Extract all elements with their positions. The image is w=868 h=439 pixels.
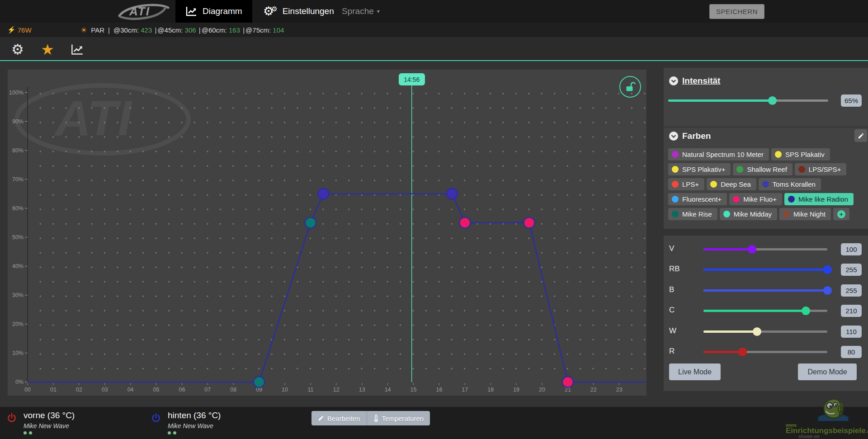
- color-preset-chip[interactable]: Mike Rise: [668, 208, 717, 220]
- channel-slider[interactable]: [703, 351, 827, 353]
- par-value: 423: [141, 26, 154, 34]
- demo-mode-button[interactable]: Demo Mode: [798, 363, 857, 380]
- add-preset-button[interactable]: +: [833, 208, 849, 220]
- preset-label: Mike Rise: [682, 210, 712, 218]
- preset-color-dot: [775, 151, 782, 158]
- channel-slider-thumb[interactable]: [738, 348, 747, 356]
- temperaturen-button[interactable]: Temperaturen: [367, 411, 430, 425]
- schedule-point[interactable]: [305, 217, 316, 228]
- color-preset-chip[interactable]: Mike Night: [779, 208, 831, 220]
- channel-slider-thumb[interactable]: [753, 327, 761, 336]
- preset-label: Mike Night: [793, 210, 826, 218]
- channel-value: 210: [841, 305, 862, 317]
- color-preset-chip[interactable]: Natural Spectrum 10 Meter: [668, 148, 769, 160]
- svg-text:16: 16: [436, 387, 442, 393]
- preset-label: Shallow Reef: [747, 165, 787, 173]
- channel-slider[interactable]: [703, 310, 827, 312]
- color-preset-chip[interactable]: LPS/SPS+: [795, 163, 846, 175]
- preset-label: Natural Spectrum 10 Meter: [682, 151, 764, 158]
- svg-text:22: 22: [590, 387, 597, 393]
- channel-value: 255: [841, 284, 862, 297]
- preset-color-dot: [672, 166, 679, 173]
- channel-slider[interactable]: [703, 289, 827, 292]
- lamp-status-dots: [24, 431, 75, 434]
- color-preset-chip[interactable]: Toms Korallen: [759, 178, 821, 190]
- channel-row-b: B255: [664, 282, 868, 298]
- intensity-slider-thumb[interactable]: [768, 96, 777, 105]
- svg-text:14: 14: [385, 387, 391, 393]
- color-preset-chip[interactable]: Mike Fluo+: [729, 193, 782, 205]
- channel-slider-thumb[interactable]: [748, 245, 756, 254]
- intensity-slider[interactable]: [668, 99, 828, 102]
- svg-text:23: 23: [616, 387, 623, 393]
- favorite-star-icon[interactable]: ★: [40, 42, 55, 57]
- diagram-chart-icon[interactable]: [70, 42, 85, 57]
- tab-diagramm[interactable]: Diagramm: [175, 0, 252, 23]
- colors-header[interactable]: Farben: [669, 131, 711, 141]
- preset-color-dot: [672, 181, 679, 188]
- svg-text:50%: 50%: [12, 234, 24, 241]
- channel-slider[interactable]: [703, 269, 827, 271]
- preset-color-dot: [762, 181, 769, 188]
- lamp-name: vorne (36 °C): [24, 411, 75, 420]
- save-button[interactable]: SPEICHERN: [709, 4, 764, 19]
- unlock-icon: [624, 81, 636, 93]
- unlock-button[interactable]: [619, 76, 641, 98]
- channel-slider-fill: [703, 330, 757, 333]
- par-label: PAR: [91, 26, 104, 34]
- site-watermark: www.Einrichtungsbeispiele.de shown on: [786, 398, 866, 439]
- preset-color-dot: [798, 166, 805, 173]
- color-preset-chip[interactable]: Deep Sea: [707, 178, 756, 190]
- color-preset-chip[interactable]: SPS Plakativ+: [668, 163, 731, 175]
- language-label: Sprache: [342, 6, 374, 16]
- color-preset-chip[interactable]: Mike Midday: [720, 208, 777, 220]
- top-navbar: ATI Diagramm ⚙⚙ Einstellungen Sprache ▾ …: [0, 0, 868, 23]
- schedule-point[interactable]: [459, 217, 470, 228]
- channel-slider-thumb[interactable]: [823, 265, 832, 274]
- tab-einstellungen-label: Einstellungen: [283, 6, 334, 16]
- power-icon[interactable]: [6, 412, 17, 423]
- channel-value: 255: [841, 264, 862, 276]
- schedule-point[interactable]: [447, 189, 458, 199]
- intensity-header[interactable]: Intensität: [669, 76, 720, 86]
- channel-slider-thumb[interactable]: [802, 307, 810, 315]
- schedule-point[interactable]: [562, 377, 573, 387]
- preset-color-dot: [783, 211, 790, 217]
- settings-gear-icon[interactable]: ⚙: [10, 42, 25, 57]
- ati-logo: ATI: [113, 0, 172, 22]
- channel-slider[interactable]: [703, 248, 827, 250]
- fish-logo-icon: [813, 398, 852, 421]
- svg-text:100%: 100%: [9, 90, 24, 96]
- color-preset-chip[interactable]: Shallow Reef: [733, 163, 792, 175]
- color-preset-chip[interactable]: Mike like Radion: [784, 193, 854, 205]
- schedule-point[interactable]: [254, 377, 264, 387]
- pencil-icon: [858, 132, 864, 139]
- tab-einstellungen[interactable]: ⚙⚙ Einstellungen: [253, 0, 344, 23]
- color-preset-chip[interactable]: SPS Plakativ: [771, 148, 830, 160]
- edit-presets-button[interactable]: [854, 129, 867, 142]
- bearbeiten-button[interactable]: Bearbeiten: [311, 411, 367, 425]
- svg-text:40%: 40%: [12, 263, 24, 269]
- svg-text:18: 18: [487, 387, 494, 393]
- watermark-url: www.Einrichtungsbeispiele.de: [786, 423, 866, 434]
- svg-text:30%: 30%: [12, 292, 24, 298]
- channel-slider-thumb[interactable]: [823, 286, 832, 295]
- channel-slider[interactable]: [703, 330, 827, 333]
- schedule-point[interactable]: [524, 217, 535, 228]
- color-preset-chip[interactable]: LPS+: [668, 178, 704, 190]
- live-mode-button[interactable]: Live Mode: [669, 363, 721, 380]
- channel-value: 80: [841, 346, 862, 358]
- watermark-caption: shown on: [798, 434, 866, 439]
- par-separator: |: [155, 26, 156, 34]
- svg-text:0%: 0%: [15, 379, 24, 385]
- color-preset-chip[interactable]: Fluorescent+: [668, 193, 727, 205]
- power-icon[interactable]: [151, 412, 161, 423]
- language-dropdown[interactable]: Sprache ▾: [342, 0, 380, 23]
- par-depth-label: @75cm:: [245, 26, 273, 34]
- svg-text:12: 12: [333, 387, 340, 393]
- par-readouts: ☀ PAR | @30cm: 423 |@45cm: 306 |@60cm: 1…: [80, 26, 284, 34]
- schedule-point[interactable]: [318, 189, 329, 199]
- sun-icon: ☀: [80, 26, 87, 34]
- svg-text:20: 20: [539, 387, 545, 393]
- watts-value: 76W: [18, 26, 32, 34]
